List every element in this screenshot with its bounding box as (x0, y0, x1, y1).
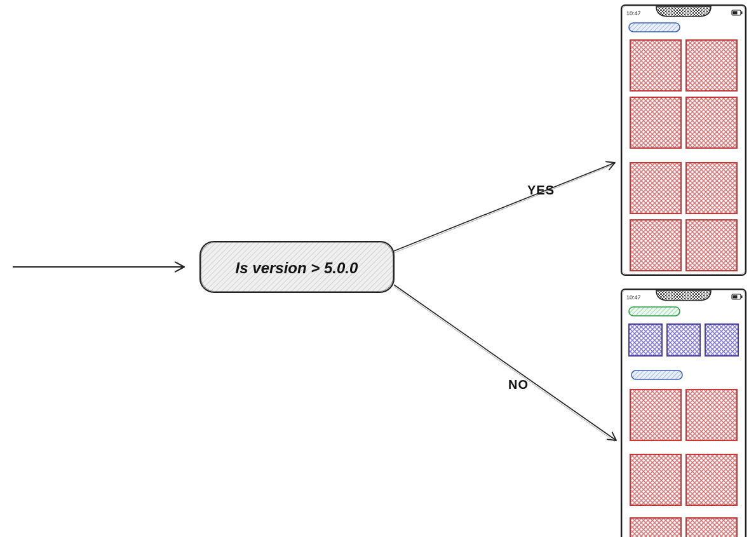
purple-row (629, 324, 738, 356)
svg-rect-40 (630, 454, 681, 505)
header-pill-blue (629, 23, 680, 32)
svg-line-13 (394, 165, 614, 253)
svg-rect-22 (686, 40, 737, 91)
decision-label: Is version > 5.0.0 (236, 259, 358, 276)
svg-rect-34 (733, 296, 738, 299)
no-label: NO (508, 377, 529, 391)
svg-rect-33 (741, 296, 743, 298)
svg-rect-41 (686, 454, 737, 505)
section-pill-blue (631, 370, 682, 379)
svg-rect-24 (686, 97, 737, 148)
yes-arrow: YES (394, 163, 615, 253)
svg-rect-39 (686, 390, 737, 440)
svg-rect-25 (630, 163, 681, 214)
svg-rect-21 (630, 40, 681, 91)
svg-rect-20 (733, 11, 738, 15)
phone-no-mockup: 10:47 (621, 289, 746, 537)
no-arrow: NO (394, 285, 616, 442)
svg-rect-38 (630, 390, 681, 440)
svg-rect-23 (630, 97, 681, 148)
svg-line-14 (394, 285, 616, 440)
svg-rect-36 (667, 324, 700, 356)
decision-node: Is version > 5.0.0 (200, 241, 394, 292)
svg-line-15 (394, 287, 615, 442)
svg-rect-43 (686, 518, 737, 537)
svg-rect-42 (630, 518, 681, 537)
svg-line-12 (394, 163, 615, 251)
status-time-yes: 10:47 (626, 10, 641, 17)
header-pill-green (629, 307, 680, 316)
diagram-canvas: Is version > 5.0.0 YES NO 10:47 (0, 0, 756, 537)
svg-rect-35 (629, 324, 662, 356)
phone-yes-mockup: 10:47 (621, 5, 746, 275)
svg-rect-19 (741, 11, 743, 14)
svg-rect-26 (686, 163, 737, 214)
svg-rect-28 (686, 220, 737, 271)
yes-label: YES (527, 183, 555, 197)
svg-rect-37 (705, 324, 738, 356)
status-time-no: 10:47 (626, 294, 641, 301)
svg-rect-27 (630, 220, 681, 271)
